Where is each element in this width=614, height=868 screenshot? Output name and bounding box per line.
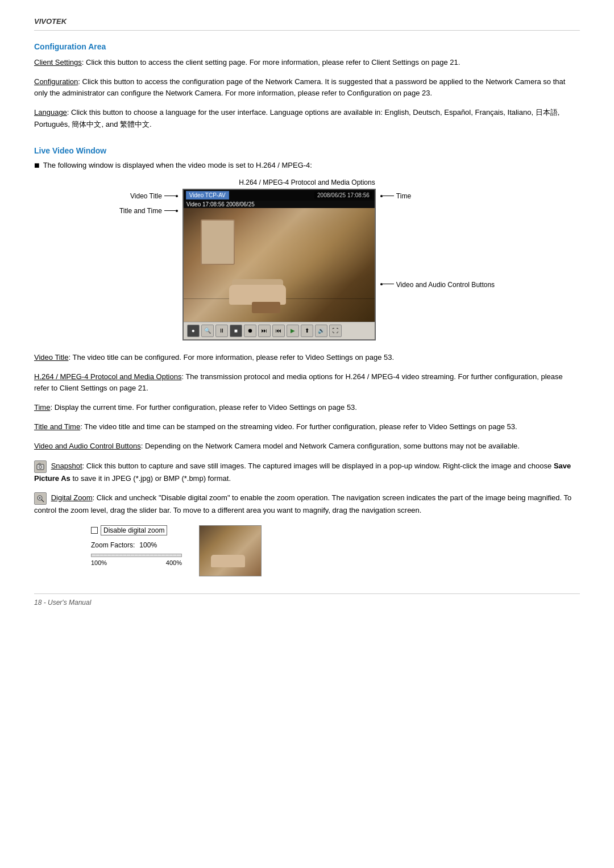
ctrl-btn-rec2[interactable]: ⏺ xyxy=(244,325,256,337)
snapshot-desc: : Click this button to capture and save … xyxy=(82,462,554,470)
zoom-slider-dots: · · · · · · · · · · · · · · · · · · · · … xyxy=(92,553,181,558)
language-text: : Click this button to choose a language… xyxy=(34,108,559,128)
snapshot-icon xyxy=(34,460,47,473)
live-video-title: Live Video Window xyxy=(34,146,580,155)
zoom-checkbox-label: Disable digital zoom xyxy=(101,525,167,535)
connector-dot-1 xyxy=(176,195,178,197)
time-right-label-row: Time xyxy=(380,192,411,200)
video-title-left-label: Video Title xyxy=(130,192,162,200)
time-desc-para: Time: Display the current time. For furt… xyxy=(34,402,580,413)
configuration-text: : Click this button to access the config… xyxy=(34,77,565,97)
title-time-connector xyxy=(164,210,178,212)
video-image xyxy=(184,208,375,322)
time-connector xyxy=(380,195,394,197)
title-time-desc-text: : The video title and time can be stampe… xyxy=(80,422,517,431)
wall-decor xyxy=(201,219,235,265)
configuration-paragraph: Configuration: Click this button to acce… xyxy=(34,76,580,99)
language-label: Language xyxy=(34,108,67,117)
ctrl-btn-record[interactable]: ● xyxy=(187,325,200,337)
client-settings-text: : Click this button to access the client… xyxy=(82,58,460,67)
snapshot-icon-wrap xyxy=(34,460,47,473)
zoom-label: Digital Zoom xyxy=(51,493,93,502)
client-settings-label: Client Settings xyxy=(34,58,82,67)
zoom-icon xyxy=(34,492,47,505)
time-desc-text: : Display the current time. For further … xyxy=(50,403,357,412)
connector-line-4 xyxy=(383,284,394,284)
table xyxy=(252,302,280,313)
video-title-desc-label: Video Title xyxy=(34,353,68,362)
config-area-title: Configuration Area xyxy=(34,42,580,51)
controls-connector xyxy=(380,283,394,285)
ctrl-btn-pause[interactable]: ⏸ xyxy=(215,325,228,337)
video-title-label-row: Video Title xyxy=(130,192,178,200)
zoom-min-label: 100% xyxy=(91,559,107,566)
zoom-icon-wrap xyxy=(34,492,47,505)
snapshot-desc-para: Snapshot: Click this button to capture a… xyxy=(34,460,580,484)
snapshot-desc2: to save it in JPEG (*.jpg) or BMP (*.bmp… xyxy=(70,474,231,483)
zoom-controls: Disable digital zoom Zoom Factors: 100% … xyxy=(91,525,182,566)
zoom-factor-row: Zoom Factors: 100% xyxy=(91,541,182,549)
zoom-preview-sofa xyxy=(211,555,245,567)
zoom-desc-text: : Click and uncheck "Disable digital zoo… xyxy=(34,493,571,514)
snapshot-label: Snapshot xyxy=(51,462,82,470)
zoom-slider-container: · · · · · · · · · · · · · · · · · · · · … xyxy=(91,554,182,566)
bullet-intro: ■ The following window is displayed when… xyxy=(34,161,580,171)
h264-desc-label: H.264 / MPEG-4 Protocol and Media Option… xyxy=(34,372,181,381)
live-video-section: Live Video Window ■ The following window… xyxy=(34,146,580,576)
diagram-top-label: H.264 / MPEG-4 Protocol and Media Option… xyxy=(239,178,375,186)
time-right-label: Time xyxy=(396,192,411,200)
time-desc-label: Time xyxy=(34,403,50,412)
svg-rect-0 xyxy=(37,464,44,470)
video-controls-bar: ● 🔍 ⏸ ■ ⏺ ⏭ ⏮ ▶ ⬆ 🔊 ⛶ xyxy=(184,322,375,339)
zoom-checkbox-row: Disable digital zoom xyxy=(91,525,182,535)
video-diagram: H.264 / MPEG-4 Protocol and Media Option… xyxy=(34,178,580,340)
video-top-bar: Video TCP-AV 2008/06/25 17:08:56 xyxy=(184,190,375,201)
zoom-factor-value: 100% xyxy=(139,541,157,549)
page: VIVOTEK Configuration Area Client Settin… xyxy=(0,0,614,629)
diagram-wrapper: Video Title Title and Time xyxy=(119,189,495,340)
ctrl-btn-speaker[interactable]: 🔊 xyxy=(315,325,327,337)
connector-dot-2 xyxy=(176,210,178,212)
diagram-right-labels: Time Video and Audio Control Buttons xyxy=(380,189,495,289)
vac-desc-label: Video and Audio Control Buttons xyxy=(34,442,141,450)
connector-line-1 xyxy=(164,196,176,196)
video-title-connector xyxy=(164,195,178,197)
zoom-range-labels: 100% 400% xyxy=(91,559,182,566)
zoom-max-label: 400% xyxy=(166,559,182,566)
vac-desc-text: : Depending on the Network Camera model … xyxy=(141,442,520,450)
bullet-icon: ■ xyxy=(34,160,40,171)
video-title-desc-para: Video Title: The video title can be conf… xyxy=(34,352,580,363)
controls-right-label-row: Video and Audio Control Buttons xyxy=(380,280,495,289)
controls-right-label: Video and Audio Control Buttons xyxy=(396,281,495,289)
config-area-section: Configuration Area Client Settings: Clic… xyxy=(34,42,580,130)
zoom-slider[interactable]: · · · · · · · · · · · · · · · · · · · · … xyxy=(91,554,182,557)
zoom-desc-para: Digital Zoom: Click and uncheck "Disable… xyxy=(34,492,580,516)
ctrl-btn-zoom[interactable]: 🔍 xyxy=(201,325,214,337)
svg-line-4 xyxy=(42,500,44,502)
video-title-desc: : The video title can be configured. For… xyxy=(68,353,394,362)
ctrl-btn-play[interactable]: ▶ xyxy=(287,325,299,337)
ctrl-btn-fullscreen[interactable]: ⛶ xyxy=(329,325,342,337)
ctrl-btn-prev[interactable]: ⏮ xyxy=(272,325,285,337)
connector-line-2 xyxy=(164,210,176,211)
ctrl-btn-stop[interactable]: ■ xyxy=(230,325,242,337)
title-time-label-row: Title and Time xyxy=(119,207,178,215)
zoom-factor-label: Zoom Factors: xyxy=(91,541,135,549)
video-time-tag: 2008/06/25 17:08:56 xyxy=(314,192,372,199)
page-footer: 18 - User's Manual xyxy=(34,593,580,607)
bullet-text: The following window is displayed when t… xyxy=(43,161,312,169)
configuration-label: Configuration xyxy=(34,77,78,86)
client-settings-paragraph: Client Settings: Click this button to ac… xyxy=(34,57,580,68)
video-subtitle-bar: Video 17:08:56 2008/06/25 xyxy=(184,201,375,208)
footer-text: 18 - User's Manual xyxy=(34,599,91,607)
ctrl-btn-skip[interactable]: ⏭ xyxy=(258,325,271,337)
title-time-desc-label: Title and Time xyxy=(34,422,80,431)
zoom-preview-image xyxy=(199,525,262,576)
brand-label: VIVOTEK xyxy=(34,17,67,26)
ctrl-btn-up[interactable]: ⬆ xyxy=(301,325,313,337)
zoom-section: Disable digital zoom Zoom Factors: 100% … xyxy=(91,525,580,576)
connector-line-3 xyxy=(383,196,394,196)
title-time-desc-para: Title and Time: The video title and time… xyxy=(34,421,580,433)
vac-desc-para: Video and Audio Control Buttons: Dependi… xyxy=(34,441,580,452)
disable-zoom-checkbox[interactable] xyxy=(91,527,98,534)
